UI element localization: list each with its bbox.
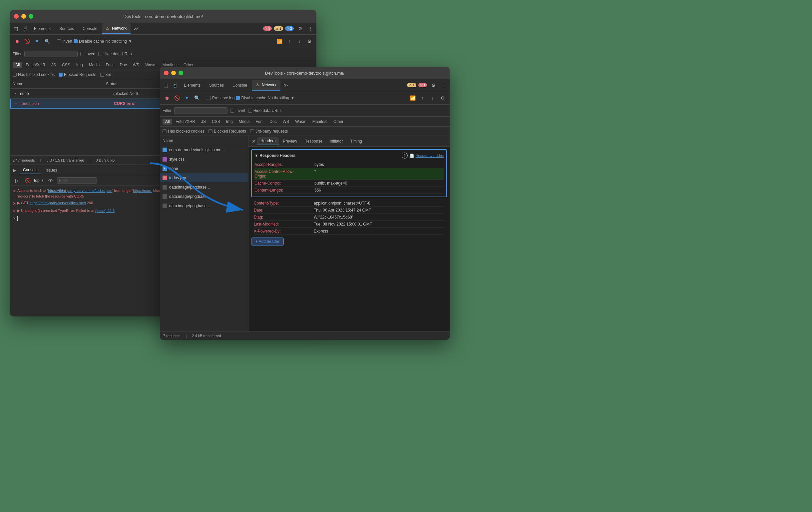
more-icon-back[interactable]: ⋮ xyxy=(307,24,315,33)
type-ws-front[interactable]: WS xyxy=(280,119,292,124)
blocked-cookies-front[interactable]: Has blocked cookies xyxy=(163,129,204,134)
type-wasm-back[interactable]: Wasm xyxy=(143,62,159,68)
close-button-back[interactable] xyxy=(14,14,19,19)
type-css-front[interactable]: CSS xyxy=(209,119,223,124)
list-item-data1[interactable]: data:image/png;base... xyxy=(160,182,248,192)
tab-console-back[interactable]: Console xyxy=(79,23,101,34)
download-icon-back[interactable]: ↓ xyxy=(295,37,304,46)
top-selector-back[interactable]: top ▼ xyxy=(34,178,44,183)
type-xhr-back[interactable]: Fetch/XHR xyxy=(23,62,48,68)
tab-network-front[interactable]: ⚠ Network xyxy=(252,80,281,91)
close-panel-btn[interactable]: ✕ xyxy=(251,139,257,144)
maximize-button-front[interactable] xyxy=(178,70,183,75)
third-party-front[interactable]: 3rd-party requests xyxy=(250,129,288,134)
minimize-button-front[interactable] xyxy=(171,70,176,75)
panel-tab-preview[interactable]: Preview xyxy=(280,138,300,145)
inspect-icon-back[interactable]: ⬚ xyxy=(11,24,20,33)
search-icon-front[interactable]: 🔍 xyxy=(193,94,201,102)
list-item-cors-demo[interactable]: ▪ cors-demo-devtools.glitch.me... xyxy=(160,145,248,154)
hide-data-front[interactable]: Hide data URLs xyxy=(248,108,282,113)
device-icon-back[interactable]: 📱 xyxy=(21,24,29,33)
type-manifest-front[interactable]: Manifest xyxy=(310,119,330,124)
console-toggle-back[interactable]: ▷ xyxy=(13,176,21,185)
list-item-data2[interactable]: data:image/png;base... xyxy=(160,192,248,201)
minimize-button-back[interactable] xyxy=(21,14,26,19)
issues-tab-back[interactable]: Issues xyxy=(42,167,61,174)
type-media-front[interactable]: Media xyxy=(236,119,253,124)
list-item-todos[interactable]: ▪ todos.json xyxy=(160,173,248,182)
header-override-link[interactable]: 📄 Header overrides xyxy=(410,153,444,158)
eye-icon-back[interactable]: 👁 xyxy=(46,176,55,185)
type-doc-front[interactable]: Doc xyxy=(267,119,279,124)
type-xhr-front[interactable]: Fetch/XHR xyxy=(173,119,198,124)
disable-cache-front[interactable]: Disable cache xyxy=(236,95,266,100)
inspect-icon-front[interactable]: ⬚ xyxy=(161,81,170,90)
list-item-data3[interactable]: data:image/png;base... xyxy=(160,201,248,210)
tab-sources-back[interactable]: Sources xyxy=(55,23,78,34)
invert-front[interactable]: Invert xyxy=(230,108,245,113)
device-icon-front[interactable]: 📱 xyxy=(171,81,179,90)
type-js-front[interactable]: JS xyxy=(199,119,208,124)
tab-console-front[interactable]: Console xyxy=(229,80,251,91)
third-party-back[interactable]: 3rd- xyxy=(100,72,113,77)
list-item-none[interactable]: ▪ none xyxy=(160,164,248,173)
wifi-icon-front[interactable]: 📶 xyxy=(408,94,417,102)
blocked-requests-front[interactable]: Blocked Requests xyxy=(208,129,246,134)
add-header-button[interactable]: + Add header xyxy=(251,237,284,246)
filter-input-front[interactable] xyxy=(174,107,228,114)
preserve-log-back[interactable]: Invert xyxy=(57,39,72,44)
tab-elements-front[interactable]: Elements xyxy=(180,80,204,91)
disable-cache-back[interactable]: Disable cache xyxy=(74,39,104,44)
download-icon-front[interactable]: ↓ xyxy=(428,94,437,102)
clear-front[interactable]: 🚫 xyxy=(173,94,181,102)
wifi-icon-back[interactable]: 📶 xyxy=(275,37,284,46)
panel-tab-response[interactable]: Response xyxy=(301,138,326,145)
type-other-front[interactable]: Other xyxy=(331,119,346,124)
hide-data-checkbox-back[interactable]: Hide data URLs xyxy=(98,52,132,56)
list-item-style[interactable]: style.css xyxy=(160,154,248,164)
console-clear-back[interactable]: 🚫 xyxy=(23,176,32,185)
settings2-icon-front[interactable]: ⚙ xyxy=(438,94,447,102)
stop-recording-back[interactable]: ⏺ xyxy=(13,37,21,46)
tab-more-back[interactable]: ≫ xyxy=(131,25,141,32)
type-ws-back[interactable]: WS xyxy=(130,62,142,68)
type-media-back[interactable]: Media xyxy=(86,62,103,68)
upload-icon-front[interactable]: ↑ xyxy=(418,94,427,102)
settings2-icon-back[interactable]: ⚙ xyxy=(305,37,314,46)
filter-input-back[interactable] xyxy=(24,51,78,57)
type-all-back[interactable]: All xyxy=(13,62,22,68)
stop-recording-front[interactable]: ⏺ xyxy=(163,94,171,102)
clear-back[interactable]: 🚫 xyxy=(23,37,31,46)
blocked-requests-back[interactable]: Blocked Requests xyxy=(59,72,96,77)
type-img-front[interactable]: Img xyxy=(224,119,235,124)
console-filter-back[interactable] xyxy=(57,177,97,184)
close-button-front[interactable] xyxy=(164,70,169,75)
type-img-back[interactable]: Img xyxy=(74,62,86,68)
settings-icon-back[interactable]: ⚙ xyxy=(296,24,304,33)
type-js-back[interactable]: JS xyxy=(49,62,59,68)
tab-more-front[interactable]: ≫ xyxy=(281,82,291,89)
type-font-back[interactable]: Font xyxy=(103,62,116,68)
type-css-back[interactable]: CSS xyxy=(59,62,73,68)
console-tab-back[interactable]: Console xyxy=(20,166,41,174)
maximize-button-back[interactable] xyxy=(29,14,33,19)
filter-icon-back[interactable]: ▼ xyxy=(33,37,41,46)
panel-tab-initiator[interactable]: Initiator xyxy=(326,138,346,145)
preserve-log-front[interactable]: Preserve log xyxy=(207,95,234,100)
settings-icon-front[interactable]: ⚙ xyxy=(429,81,438,90)
help-icon[interactable]: ? xyxy=(402,152,408,159)
type-doc-back[interactable]: Doc xyxy=(117,62,129,68)
invert-checkbox-back[interactable]: Invert xyxy=(80,52,95,56)
tab-network-back[interactable]: ⚠ Network xyxy=(102,23,130,34)
panel-tab-timing[interactable]: Timing xyxy=(347,138,366,145)
type-font-front[interactable]: Font xyxy=(253,119,266,124)
tab-sources-front[interactable]: Sources xyxy=(205,80,228,91)
search-icon-back[interactable]: 🔍 xyxy=(42,37,51,46)
type-wasm-front[interactable]: Wasm xyxy=(292,119,309,124)
upload-icon-back[interactable]: ↑ xyxy=(285,37,294,46)
tab-elements-back[interactable]: Elements xyxy=(30,23,55,34)
more-icon-front[interactable]: ⋮ xyxy=(440,81,448,90)
console-panel-toggle[interactable]: ▶ xyxy=(13,168,16,173)
type-all-front[interactable]: All xyxy=(163,119,172,124)
panel-tab-headers[interactable]: Headers xyxy=(257,137,279,145)
